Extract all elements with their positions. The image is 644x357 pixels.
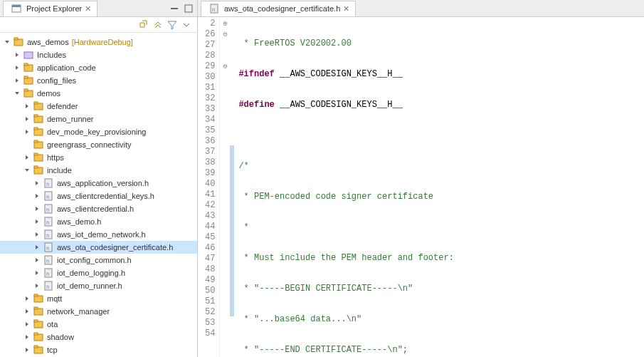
tree-node-ota[interactable]: ota	[0, 318, 197, 331]
svg-rect-50	[34, 333, 38, 335]
chevron-right-icon[interactable]	[13, 51, 21, 59]
tree-file-iot-config-common[interactable]: hiot_config_common.h	[0, 254, 197, 267]
folder-icon	[23, 75, 34, 86]
header-file-icon: h	[43, 280, 54, 291]
tree-node-application-code[interactable]: application_code	[0, 61, 197, 74]
svg-rect-6	[24, 52, 33, 58]
tree-file-clientcredential-keys[interactable]: haws_clientcredential_keys.h	[0, 190, 197, 202]
code-editor[interactable]: 2262728293031323334353637383940414243444…	[198, 17, 644, 357]
tree-node-shadow[interactable]: shadow	[0, 331, 197, 343]
svg-rect-52	[34, 346, 38, 348]
chevron-right-icon[interactable]	[23, 333, 31, 341]
tree-file-app-version[interactable]: haws_application_version.h	[0, 177, 197, 190]
chevron-right-icon[interactable]	[33, 256, 41, 264]
chevron-right-icon[interactable]	[33, 230, 41, 239]
tree-node-mqtt[interactable]: mqtt	[0, 292, 197, 305]
svg-rect-20	[34, 140, 38, 143]
chevron-right-icon[interactable]	[23, 153, 31, 162]
tree-file-iot-demo-network[interactable]: haws_iot_demo_network.h	[0, 228, 197, 241]
chevron-right-icon[interactable]	[33, 269, 41, 277]
tree-node-defender[interactable]: defender	[0, 100, 197, 113]
editor-tab[interactable]: h aws_ota_codesigner_certificate.h ✕	[201, 1, 356, 16]
folder-icon	[33, 293, 44, 304]
chevron-right-icon[interactable]	[33, 205, 41, 213]
tree-project-root[interactable]: aws_demos [HardwareDebug]	[0, 36, 197, 48]
folder-icon	[33, 139, 44, 150]
fold-column[interactable]: ⊕⊖⊖	[220, 17, 230, 357]
tree-node-config-files[interactable]: config_files	[0, 74, 197, 87]
chevron-right-icon[interactable]	[23, 102, 31, 110]
code-line: * FreeRTOS V202002.00	[238, 38, 351, 48]
chevron-right-icon[interactable]	[13, 63, 21, 72]
svg-rect-8	[24, 63, 28, 66]
code-line: *	[238, 222, 248, 232]
chevron-down-icon[interactable]	[3, 38, 11, 46]
svg-text:h: h	[46, 194, 49, 200]
maximize-icon[interactable]	[183, 3, 194, 14]
tree-node-dev-mode-key-provisioning[interactable]: dev_mode_key_provisioning	[0, 125, 197, 138]
chevron-right-icon[interactable]	[33, 192, 41, 200]
tree-node-include[interactable]: include	[0, 164, 197, 177]
chevron-right-icon[interactable]	[13, 76, 21, 85]
folder-open-icon	[33, 165, 44, 176]
chevron-right-icon[interactable]	[23, 115, 31, 123]
tree-file-clientcredential[interactable]: haws_clientcredential.h	[0, 202, 197, 215]
svg-text:h: h	[46, 245, 49, 252]
minimize-icon[interactable]	[169, 3, 180, 14]
tree-file-iot-demo-runner[interactable]: hiot_demo_runner.h	[0, 279, 197, 292]
explorer-tabbar: Project Explorer ✕	[0, 0, 197, 17]
header-file-icon: h	[43, 242, 54, 253]
header-file-icon: h	[43, 177, 54, 189]
chevron-right-icon[interactable]	[33, 217, 41, 226]
tree-node-includes[interactable]: Includes	[0, 48, 197, 61]
code-line	[238, 130, 644, 141]
code-line: * Must include the PEM header and footer…	[238, 253, 453, 263]
tree-file-demo[interactable]: haws_demo.h	[0, 215, 197, 228]
chevron-right-icon[interactable]	[33, 179, 41, 187]
folder-icon	[33, 306, 44, 317]
svg-rect-44	[34, 294, 38, 296]
folder-icon	[33, 113, 44, 125]
svg-rect-48	[34, 320, 38, 322]
tree-node-greengrass[interactable]: greengrass_connectivity	[0, 138, 197, 151]
close-icon[interactable]: ✕	[85, 4, 91, 14]
explorer-toolbar	[0, 17, 197, 33]
code-area[interactable]: * FreeRTOS V202002.00 #ifndef __AWS_CODE…	[234, 17, 644, 357]
tree-file-ota-codesigner[interactable]: haws_ota_codesigner_certificate.h	[0, 241, 197, 254]
view-menu-icon[interactable]	[181, 20, 191, 30]
tree-node-demos[interactable]: demos	[0, 87, 197, 100]
chevron-right-icon[interactable]	[23, 320, 31, 328]
folder-icon	[33, 126, 44, 138]
tree-node-demo-runner[interactable]: demo_runner	[0, 113, 197, 125]
explorer-tab-label: Project Explorer	[26, 4, 82, 13]
close-icon[interactable]: ✕	[343, 4, 349, 14]
chevron-right-icon[interactable]	[23, 346, 31, 354]
code-line: * "...base64 data...\n"	[238, 314, 361, 324]
chevron-down-icon[interactable]	[23, 166, 31, 175]
tree-node-https[interactable]: https	[0, 151, 197, 164]
collapse-all-icon[interactable]	[139, 20, 149, 30]
tree-node-network-manager[interactable]: network_manager	[0, 305, 197, 318]
explorer-tab[interactable]: Project Explorer ✕	[3, 1, 97, 16]
chevron-right-icon[interactable]	[23, 128, 31, 136]
svg-rect-18	[34, 128, 38, 130]
svg-rect-3	[185, 5, 192, 12]
folder-icon	[33, 152, 44, 163]
svg-rect-1	[12, 5, 21, 7]
project-icon	[13, 36, 24, 48]
chevron-right-icon[interactable]	[33, 243, 41, 252]
tree-node-tcp[interactable]: tcp	[0, 343, 197, 356]
chevron-down-icon[interactable]	[13, 89, 21, 98]
chevron-right-icon[interactable]	[33, 281, 41, 290]
project-tree[interactable]: aws_demos [HardwareDebug] Includes appli…	[0, 33, 197, 357]
svg-rect-24	[34, 166, 38, 168]
link-editor-icon[interactable]	[153, 20, 163, 30]
chevron-right-icon[interactable]	[23, 294, 31, 303]
svg-rect-22	[34, 153, 38, 155]
svg-text:h: h	[212, 6, 215, 13]
filter-icon[interactable]	[167, 20, 177, 30]
editor-panel: h aws_ota_codesigner_certificate.h ✕ 226…	[198, 0, 644, 357]
editor-tab-label: aws_ota_codesigner_certificate.h	[224, 4, 340, 13]
tree-file-iot-demo-logging[interactable]: hiot_demo_logging.h	[0, 267, 197, 279]
chevron-right-icon[interactable]	[23, 307, 31, 316]
